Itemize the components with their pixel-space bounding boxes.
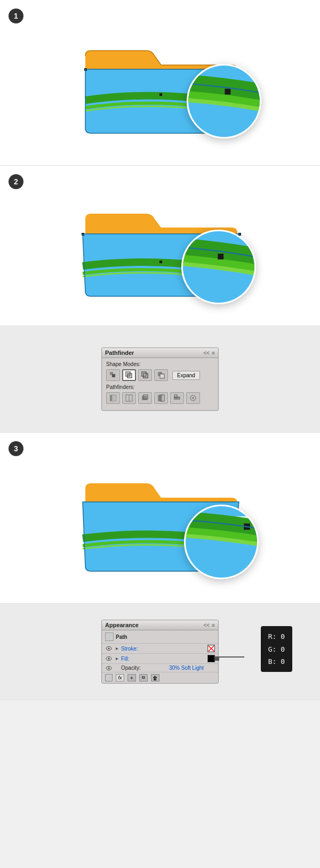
folder-illustration-1 (69, 21, 251, 144)
rgb-r: R: 0 (268, 630, 285, 643)
pathfinder-title: Pathfinder (105, 350, 134, 356)
menu-icon[interactable]: ≡ (212, 350, 215, 356)
footer-square-icon (105, 674, 113, 682)
appearance-controls: << ≡ (203, 622, 215, 628)
section-2: 2 (0, 166, 320, 326)
pathfinder-panel: Pathfinder << ≡ Shape Modes: (101, 347, 219, 411)
step-badge-1: 1 (9, 9, 23, 23)
path-row: Path (102, 630, 218, 644)
section-1: 1 (0, 0, 320, 166)
svg-rect-4 (225, 89, 230, 95)
svg-rect-2 (159, 93, 162, 96)
pathfinder-section: Pathfinder << ≡ Shape Modes: (0, 326, 320, 433)
svg-rect-23 (142, 396, 147, 400)
footer-copy-icon[interactable]: ⧉ (139, 674, 148, 682)
rgb-popup: R: 0 G: 0 B: 0 (261, 626, 292, 672)
svg-point-44 (108, 658, 110, 660)
svg-marker-39 (116, 647, 118, 650)
path-icon (105, 632, 114, 641)
magnify-circle-3 (184, 505, 259, 579)
svg-rect-15 (142, 372, 146, 376)
svg-rect-11 (112, 374, 115, 377)
fill-row: Fill: (102, 654, 218, 664)
step-badge-3: 3 (9, 441, 23, 456)
stroke-row: Stroke: (102, 644, 218, 654)
svg-marker-45 (116, 658, 118, 660)
panel-controls: << ≡ (203, 350, 215, 356)
pathfinder-panel-header: Pathfinder << ≡ (102, 348, 218, 358)
appearance-panel-wrapper: Appearance << ≡ Path Stroke: (101, 620, 219, 684)
stroke-swatch[interactable] (207, 645, 215, 652)
stroke-label[interactable]: Stroke: (121, 646, 205, 652)
appearance-collapse-icon[interactable]: << (203, 622, 210, 628)
svg-rect-7 (159, 261, 162, 263)
appearance-footer: fx + ⧉ 🗑 (102, 672, 218, 683)
connector-line (219, 656, 244, 658)
svg-point-38 (108, 648, 110, 650)
shape-modes-row: Expand (106, 369, 214, 381)
appearance-panel: Appearance << ≡ Path Stroke: (101, 620, 219, 684)
footer-delete-icon[interactable]: 🗑 (151, 674, 159, 682)
svg-point-47 (108, 667, 110, 669)
pf-btn-2[interactable] (122, 392, 136, 404)
opacity-value[interactable]: 30% Soft Light (169, 665, 215, 671)
opacity-row: Opacity: 30% Soft Light (102, 664, 218, 672)
appearance-section: Appearance << ≡ Path Stroke: (0, 604, 320, 700)
svg-rect-14 (127, 374, 130, 376)
svg-rect-16 (143, 374, 148, 378)
appearance-panel-header: Appearance << ≡ (102, 620, 218, 630)
opacity-eye-icon[interactable] (105, 666, 113, 671)
folder-illustration-2 (69, 187, 251, 304)
pf-btn-5[interactable] (170, 392, 184, 404)
shape-add-btn[interactable] (106, 369, 120, 381)
stroke-eye-icon[interactable] (105, 646, 113, 651)
fill-eye-icon[interactable] (105, 656, 113, 661)
folder-illustration-3 (69, 454, 251, 582)
pathfinders-row (106, 392, 214, 404)
fill-label[interactable]: Fill: (121, 656, 205, 662)
magnify-circle-2 (181, 230, 256, 304)
fill-connector-dot (215, 656, 219, 661)
shape-exclude-btn[interactable] (138, 369, 152, 381)
shape-modes-label: Shape Modes: (106, 361, 214, 367)
rgb-g: G: 0 (268, 643, 285, 655)
collapse-icon[interactable]: << (203, 350, 210, 356)
footer-fx-icon[interactable]: fx (116, 674, 124, 682)
magnify-circle-1 (187, 64, 261, 139)
opacity-label: Opacity: (121, 665, 167, 671)
pf-btn-3[interactable] (138, 392, 152, 404)
fill-swatch[interactable] (207, 655, 215, 662)
expand-button[interactable]: Expand (172, 371, 200, 380)
pf-btn-1[interactable] (106, 392, 120, 404)
section-3: 3 (0, 433, 320, 604)
pathfinders-label: Pathfinders: (106, 384, 214, 390)
stroke-expand-icon[interactable] (115, 646, 119, 651)
svg-rect-9 (218, 254, 223, 259)
shape-intersect-btn[interactable] (122, 369, 136, 381)
svg-point-30 (192, 397, 194, 399)
svg-rect-20 (112, 395, 116, 401)
pathfinder-body: Shape Modes: (102, 358, 218, 410)
pf-btn-4[interactable] (154, 392, 168, 404)
path-label: Path (116, 634, 215, 640)
footer-new-icon[interactable]: + (127, 674, 136, 682)
rgb-b: B: 0 (268, 655, 285, 668)
appearance-menu-icon[interactable]: ≡ (212, 622, 215, 628)
shape-subtract-btn[interactable] (154, 369, 168, 381)
step-badge-2: 2 (9, 174, 23, 189)
pf-btn-6[interactable] (186, 392, 200, 404)
opacity-expand-icon (115, 666, 119, 670)
svg-rect-18 (160, 374, 164, 378)
appearance-title: Appearance (105, 622, 139, 628)
fill-expand-icon[interactable] (115, 656, 119, 661)
